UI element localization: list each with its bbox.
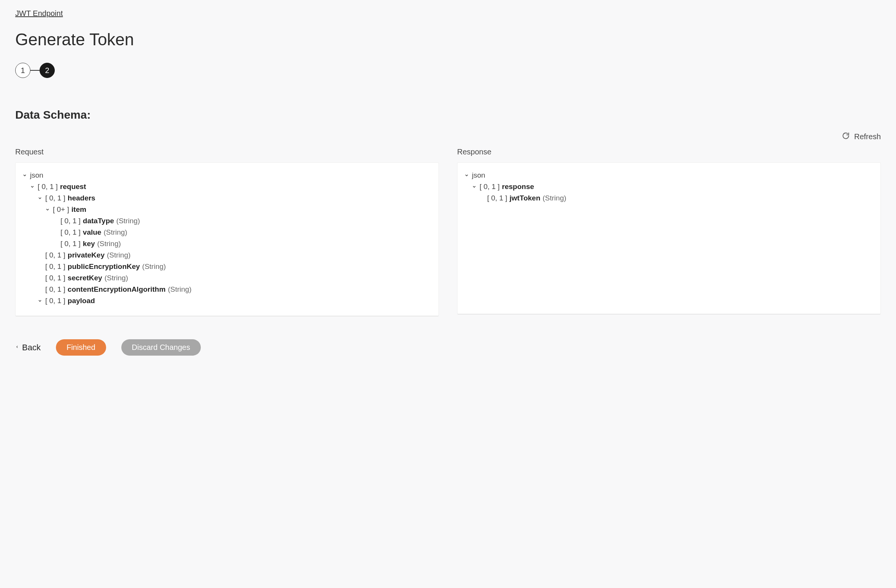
step-1[interactable]: 1 xyxy=(15,63,30,78)
tree-node-label: jwtToken xyxy=(510,194,540,202)
tree-node-label: value xyxy=(83,228,102,237)
tree-node-type: (String) xyxy=(97,240,121,248)
tree-node-label: request xyxy=(60,183,86,191)
response-column: Response json [ 0, 1 ] response xyxy=(457,148,881,316)
tree-node-label: dataType xyxy=(83,217,114,225)
tree-node-type: (String) xyxy=(116,217,140,225)
refresh-label: Refresh xyxy=(854,132,881,141)
breadcrumb-link[interactable]: JWT Endpoint xyxy=(15,9,63,18)
tree-node-secretkey[interactable]: [ 0, 1 ] secretKey (String) xyxy=(22,272,432,284)
tree-node-label: json xyxy=(30,171,43,180)
tree-node-label: secretKey xyxy=(68,274,102,282)
chevron-down-icon xyxy=(471,184,477,189)
tree-node-cardinality: [ 0, 1 ] xyxy=(487,194,507,202)
back-label: Back xyxy=(22,343,41,353)
tree-node-key[interactable]: [ 0, 1 ] key (String) xyxy=(22,238,432,250)
tree-node-cardinality: [ 0, 1 ] xyxy=(45,194,65,202)
tree-node-item[interactable]: [ 0+ ] item xyxy=(22,204,432,215)
tree-node-cardinality: [ 0, 1 ] xyxy=(45,285,65,294)
tree-node-label: publicEncryptionKey xyxy=(68,262,140,271)
tree-node-json[interactable]: json xyxy=(464,170,874,181)
tree-node-cardinality: [ 0, 1 ] xyxy=(45,274,65,282)
footer-actions: Back Finished Discard Changes xyxy=(15,339,881,356)
tree-node-cardinality: [ 0, 1 ] xyxy=(38,183,58,191)
tree-node-type: (String) xyxy=(142,262,166,271)
tree-node-label: contentEncryptionAlgorithm xyxy=(68,285,166,294)
request-column-title: Request xyxy=(15,148,439,156)
chevron-left-icon xyxy=(15,343,19,351)
tree-node-value[interactable]: [ 0, 1 ] value (String) xyxy=(22,227,432,238)
tree-node-type: (String) xyxy=(107,251,130,259)
tree-node-cardinality: [ 0, 1 ] xyxy=(480,183,500,191)
tree-node-label: headers xyxy=(68,194,95,202)
tree-node-type: (String) xyxy=(543,194,566,202)
chevron-down-icon xyxy=(44,207,51,212)
tree-node-label: response xyxy=(502,183,534,191)
stepper: 1 2 xyxy=(15,63,881,78)
tree-node-cardinality: [ 0, 1 ] xyxy=(60,217,81,225)
chevron-down-icon xyxy=(29,184,35,189)
section-title: Data Schema: xyxy=(15,108,881,121)
request-panel: json [ 0, 1 ] request [ 0, 1 ] headers xyxy=(15,162,439,316)
response-panel: json [ 0, 1 ] response [ 0, 1 ] jwtToken… xyxy=(457,162,881,315)
tree-node-response[interactable]: [ 0, 1 ] response xyxy=(464,181,874,192)
tree-node-cardinality: [ 0, 1 ] xyxy=(60,240,81,248)
page-title: Generate Token xyxy=(15,30,881,49)
tree-node-label: payload xyxy=(68,297,95,305)
discard-changes-button[interactable]: Discard Changes xyxy=(121,339,201,356)
tree-node-label: json xyxy=(472,171,485,180)
tree-node-datatype[interactable]: [ 0, 1 ] dataType (String) xyxy=(22,215,432,227)
tree-node-label: item xyxy=(71,205,86,214)
tree-node-publicencryptionkey[interactable]: [ 0, 1 ] publicEncryptionKey (String) xyxy=(22,261,432,272)
tree-node-type: (String) xyxy=(103,228,127,237)
tree-node-label: privateKey xyxy=(68,251,105,259)
refresh-icon xyxy=(842,132,850,141)
tree-node-cardinality: [ 0+ ] xyxy=(53,205,69,214)
back-button[interactable]: Back xyxy=(15,343,41,353)
tree-node-type: (String) xyxy=(105,274,128,282)
tree-node-json[interactable]: json xyxy=(22,170,432,181)
tree-node-label: key xyxy=(83,240,95,248)
tree-node-request[interactable]: [ 0, 1 ] request xyxy=(22,181,432,192)
step-connector xyxy=(30,70,40,71)
chevron-down-icon xyxy=(22,173,28,178)
tree-node-type: (String) xyxy=(168,285,191,294)
refresh-button[interactable]: Refresh xyxy=(842,132,881,141)
response-column-title: Response xyxy=(457,148,881,156)
request-column: Request json [ 0, 1 ] request xyxy=(15,148,439,316)
chevron-down-icon xyxy=(37,196,43,200)
tree-node-privatekey[interactable]: [ 0, 1 ] privateKey (String) xyxy=(22,250,432,261)
finished-button[interactable]: Finished xyxy=(56,339,106,356)
tree-node-payload[interactable]: [ 0, 1 ] payload xyxy=(22,295,432,307)
tree-node-jwttoken[interactable]: [ 0, 1 ] jwtToken (String) xyxy=(464,192,874,204)
chevron-down-icon xyxy=(37,299,43,303)
tree-node-cardinality: [ 0, 1 ] xyxy=(45,297,65,305)
tree-node-cardinality: [ 0, 1 ] xyxy=(45,251,65,259)
step-2[interactable]: 2 xyxy=(40,63,55,78)
tree-node-contentencryptionalgorithm[interactable]: [ 0, 1 ] contentEncryptionAlgorithm (Str… xyxy=(22,284,432,295)
tree-node-headers[interactable]: [ 0, 1 ] headers xyxy=(22,192,432,204)
tree-node-cardinality: [ 0, 1 ] xyxy=(45,262,65,271)
tree-node-cardinality: [ 0, 1 ] xyxy=(60,228,81,237)
chevron-down-icon xyxy=(464,173,470,178)
